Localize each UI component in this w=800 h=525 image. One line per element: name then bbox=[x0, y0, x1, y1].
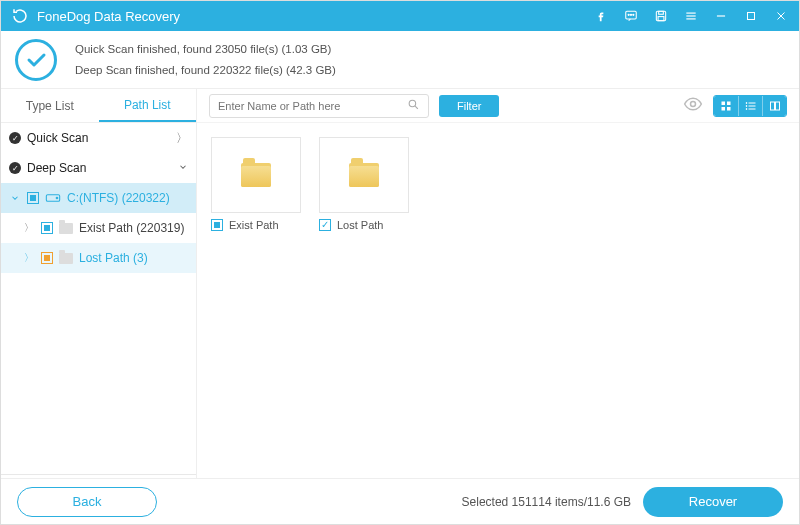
check-dot-icon bbox=[9, 162, 21, 174]
tree: Quick Scan 〉 Deep Scan C:(NTFS) (220322)… bbox=[1, 123, 196, 474]
grid-item[interactable]: Lost Path bbox=[319, 137, 409, 231]
svg-rect-21 bbox=[722, 107, 726, 111]
sidebar-footer-divider bbox=[1, 474, 196, 478]
back-button[interactable]: Back bbox=[17, 487, 157, 517]
svg-point-18 bbox=[691, 101, 696, 106]
search-icon[interactable] bbox=[407, 97, 420, 115]
search-box[interactable] bbox=[209, 94, 429, 118]
close-icon[interactable] bbox=[773, 8, 789, 24]
folder-icon bbox=[241, 163, 271, 187]
folder-icon bbox=[59, 223, 73, 234]
titlebar: FoneDog Data Recovery bbox=[1, 1, 799, 31]
svg-line-17 bbox=[415, 106, 418, 109]
app-title: FoneDog Data Recovery bbox=[37, 9, 593, 24]
chevron-down-icon bbox=[9, 193, 21, 203]
check-dot-icon bbox=[9, 132, 21, 144]
file-grid: Exist Path Lost Path bbox=[197, 123, 799, 478]
chevron-down-icon bbox=[178, 161, 188, 175]
feedback-icon[interactable] bbox=[623, 8, 639, 24]
chevron-right-icon: 〉 bbox=[23, 251, 35, 265]
chevron-right-icon: 〉 bbox=[23, 221, 35, 235]
grid-item-label: Lost Path bbox=[337, 219, 383, 231]
svg-point-15 bbox=[56, 197, 58, 199]
svg-rect-20 bbox=[727, 101, 731, 105]
footer: Back Selected 151114 items/11.6 GB Recov… bbox=[1, 478, 799, 524]
svg-point-26 bbox=[746, 102, 747, 103]
recover-button[interactable]: Recover bbox=[643, 487, 783, 517]
maximize-icon[interactable] bbox=[743, 8, 759, 24]
tree-quick-scan[interactable]: Quick Scan 〉 bbox=[1, 123, 196, 153]
checkbox-icon[interactable] bbox=[41, 252, 53, 264]
tab-type-list[interactable]: Type List bbox=[1, 89, 99, 122]
svg-point-16 bbox=[409, 100, 416, 107]
save-icon[interactable] bbox=[653, 8, 669, 24]
svg-rect-5 bbox=[659, 11, 664, 14]
tree-drive[interactable]: C:(NTFS) (220322) bbox=[1, 183, 196, 213]
grid-item-label: Exist Path bbox=[229, 219, 279, 231]
minimize-icon[interactable] bbox=[713, 8, 729, 24]
quick-scan-status: Quick Scan finished, found 23050 file(s)… bbox=[75, 39, 336, 60]
view-grid-button[interactable] bbox=[714, 96, 738, 116]
svg-point-27 bbox=[746, 105, 747, 106]
deep-scan-status: Deep Scan finished, found 220322 file(s)… bbox=[75, 60, 336, 81]
menu-icon[interactable] bbox=[683, 8, 699, 24]
svg-rect-29 bbox=[770, 102, 774, 110]
selection-info: Selected 151114 items/11.6 GB bbox=[462, 495, 631, 509]
grid-item[interactable]: Exist Path bbox=[211, 137, 301, 231]
sidebar-tabs: Type List Path List bbox=[1, 89, 196, 123]
checkbox-icon[interactable] bbox=[41, 222, 53, 234]
filter-button[interactable]: Filter bbox=[439, 95, 499, 117]
svg-point-2 bbox=[630, 14, 631, 15]
app-logo-icon bbox=[11, 7, 29, 25]
sidebar: Type List Path List Quick Scan 〉 Deep Sc… bbox=[1, 89, 197, 478]
tab-path-list[interactable]: Path List bbox=[99, 89, 197, 122]
facebook-icon[interactable] bbox=[593, 8, 609, 24]
view-list-button[interactable] bbox=[738, 96, 762, 116]
folder-thumbnail bbox=[211, 137, 301, 213]
tree-deep-scan[interactable]: Deep Scan bbox=[1, 153, 196, 183]
view-toggle bbox=[713, 95, 787, 117]
tree-exist-path[interactable]: 〉 Exist Path (220319) bbox=[1, 213, 196, 243]
main-panel: Filter Exist Path Lost Pat bbox=[197, 89, 799, 478]
scan-status: Quick Scan finished, found 23050 file(s)… bbox=[1, 31, 799, 89]
svg-rect-6 bbox=[658, 17, 664, 21]
search-input[interactable] bbox=[218, 100, 407, 112]
svg-rect-19 bbox=[722, 101, 726, 105]
svg-rect-22 bbox=[727, 107, 731, 111]
checkbox-icon[interactable] bbox=[319, 219, 331, 231]
checkmark-circle-icon bbox=[15, 39, 57, 81]
toolbar: Filter bbox=[197, 89, 799, 123]
svg-point-28 bbox=[746, 108, 747, 109]
chevron-right-icon: 〉 bbox=[176, 130, 188, 147]
folder-thumbnail bbox=[319, 137, 409, 213]
svg-rect-11 bbox=[748, 13, 755, 20]
folder-icon bbox=[59, 253, 73, 264]
folder-icon bbox=[349, 163, 379, 187]
disk-icon bbox=[45, 192, 61, 204]
checkbox-icon[interactable] bbox=[27, 192, 39, 204]
svg-point-1 bbox=[628, 14, 629, 15]
svg-point-3 bbox=[633, 14, 634, 15]
checkbox-icon[interactable] bbox=[211, 219, 223, 231]
tree-lost-path[interactable]: 〉 Lost Path (3) bbox=[1, 243, 196, 273]
preview-icon[interactable] bbox=[683, 94, 703, 118]
view-detail-button[interactable] bbox=[762, 96, 786, 116]
svg-rect-30 bbox=[775, 102, 779, 110]
